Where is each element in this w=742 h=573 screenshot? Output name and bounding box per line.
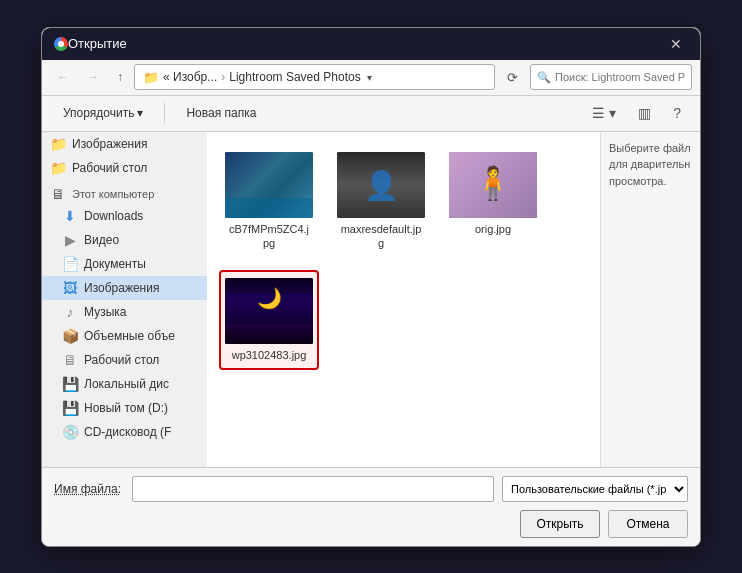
folder-icon: 📁 — [50, 136, 66, 152]
thumb-image-3 — [449, 152, 537, 218]
sidebar-label: CD-дисковод (F — [84, 425, 171, 439]
dialog-title: Открытие — [68, 36, 664, 51]
sidebar-label: Локальный дис — [84, 377, 169, 391]
sidebar-item-images[interactable]: 🖼 Изображения — [42, 276, 207, 300]
disk-icon: 💾 — [62, 400, 78, 416]
title-bar: Открытие ✕ — [42, 28, 700, 60]
folder-icon: 📁 — [143, 70, 159, 85]
file-item-2[interactable]: maxresdefault.jpg — [331, 144, 431, 259]
file-item-4[interactable]: wp3102483.jpg — [219, 270, 319, 370]
search-icon: 🔍 — [537, 71, 551, 84]
address-path[interactable]: 📁 « Изобр... › Lightroom Saved Photos ▾ — [134, 64, 495, 90]
close-button[interactable]: ✕ — [664, 34, 688, 54]
sidebar-item-new-volume[interactable]: 💾 Новый том (D:) — [42, 396, 207, 420]
computer-icon: 🖥 — [50, 186, 66, 202]
action-row: Открыть Отмена — [54, 510, 688, 538]
desktop-icon: 🖥 — [62, 352, 78, 368]
file-item-3[interactable]: orig.jpg — [443, 144, 543, 259]
forward-button[interactable]: → — [80, 66, 106, 88]
new-folder-label: Новая папка — [186, 106, 256, 120]
doc-icon: 📄 — [62, 256, 78, 272]
sidebar-label: Downloads — [84, 209, 143, 223]
back-button[interactable]: ← — [50, 66, 76, 88]
organize-button[interactable]: Упорядочить ▾ — [54, 101, 152, 125]
file-name-2: maxresdefault.jpg — [339, 222, 423, 251]
app-icon — [54, 37, 68, 51]
sidebar-label: Изображения — [72, 137, 147, 151]
filename-row: Имя файла: Пользовательские файлы (*.jp — [54, 476, 688, 502]
sidebar-item-music[interactable]: ♪ Музыка — [42, 300, 207, 324]
filename-input[interactable] — [132, 476, 494, 502]
organize-label: Упорядочить — [63, 106, 134, 120]
sidebar-label: Документы — [84, 257, 146, 271]
sidebar-label: Видео — [84, 233, 119, 247]
sidebar-item-izobrazheniya-quick[interactable]: 📁 Изображения — [42, 132, 207, 156]
computer-label: Этот компьютер — [72, 188, 154, 200]
file-thumb-4 — [225, 278, 313, 344]
sidebar-item-video[interactable]: ▶ Видео — [42, 228, 207, 252]
sidebar-item-documents[interactable]: 📄 Документы — [42, 252, 207, 276]
file-item-1[interactable]: cB7fMPm5ZC4.jpg — [219, 144, 319, 259]
sidebar-item-desktop[interactable]: 🖥 Рабочий стол — [42, 348, 207, 372]
refresh-button[interactable]: ⟳ — [499, 66, 526, 89]
sidebar-label: Новый том (D:) — [84, 401, 168, 415]
music-icon: ♪ — [62, 304, 78, 320]
help-button[interactable]: ? — [666, 101, 688, 125]
preview-panel: Выберите файл для дварительн просмотра. — [600, 132, 700, 467]
file-thumb-1 — [225, 152, 313, 218]
filetype-select[interactable]: Пользовательские файлы (*.jp — [502, 476, 688, 502]
view-mode-button[interactable]: ☰ ▾ — [585, 101, 623, 125]
box-icon: 📦 — [62, 328, 78, 344]
sidebar-computer-header: 🖥 Этот компьютер — [42, 180, 207, 204]
path-dropdown-button[interactable]: ▾ — [365, 72, 374, 83]
sidebar-item-local-disk[interactable]: 💾 Локальный дис — [42, 372, 207, 396]
view-arrow: ▾ — [609, 105, 616, 121]
main-content: 📁 Изображения 📁 Рабочий стол 🖥 Этот комп… — [42, 132, 700, 467]
city-buildings — [225, 304, 313, 344]
sidebar-item-rabochiy-stol-quick[interactable]: 📁 Рабочий стол — [42, 156, 207, 180]
toolbar: Упорядочить ▾ Новая папка ☰ ▾ ▥ ? — [42, 96, 700, 132]
thumb-image-1 — [225, 152, 313, 218]
columns-view-button[interactable]: ▥ — [631, 101, 658, 125]
sidebar-label: Объемные объе — [84, 329, 175, 343]
video-icon: ▶ — [62, 232, 78, 248]
preview-text: Выберите файл для дварительн просмотра. — [609, 140, 692, 190]
open-button[interactable]: Открыть — [520, 510, 600, 538]
sidebar-label: Музыка — [84, 305, 126, 319]
address-bar: ← → ↑ 📁 « Изобр... › Lightroom Saved Pho… — [42, 60, 700, 96]
filename-label: Имя файла: — [54, 482, 124, 496]
file-thumb-3 — [449, 152, 537, 218]
sidebar-label: Рабочий стол — [84, 353, 159, 367]
folder-icon: 📁 — [50, 160, 66, 176]
search-input[interactable] — [555, 71, 685, 83]
disk-icon: 💾 — [62, 376, 78, 392]
open-dialog: Открытие ✕ ← → ↑ 📁 « Изобр... › Lightroo… — [41, 27, 701, 547]
bottom-bar: Имя файла: Пользовательские файлы (*.jp … — [42, 467, 700, 546]
path-current: Lightroom Saved Photos — [229, 70, 360, 84]
file-thumb-2 — [337, 152, 425, 218]
sidebar-item-cd-drive[interactable]: 💿 CD-дисковод (F — [42, 420, 207, 444]
view-icon: ☰ — [592, 105, 605, 121]
cdrom-icon: 💿 — [62, 424, 78, 440]
cancel-button[interactable]: Отмена — [608, 510, 688, 538]
file-area: cB7fMPm5ZC4.jpg maxresdefault.jpg orig.j… — [207, 132, 600, 467]
toolbar-separator — [164, 103, 165, 123]
sidebar-label: Изображения — [84, 281, 159, 295]
new-folder-button[interactable]: Новая папка — [177, 101, 265, 125]
sidebar: 📁 Изображения 📁 Рабочий стол 🖥 Этот комп… — [42, 132, 207, 467]
sidebar-label: Рабочий стол — [72, 161, 147, 175]
thumb-image-2 — [337, 152, 425, 218]
file-name-4: wp3102483.jpg — [232, 348, 307, 362]
path-prefix: « Изобр... — [163, 70, 217, 84]
file-name-3: orig.jpg — [475, 222, 511, 236]
thumb-image-4 — [225, 278, 313, 344]
up-button[interactable]: ↑ — [110, 66, 130, 88]
path-separator: › — [221, 70, 225, 84]
search-box: 🔍 — [530, 64, 692, 90]
sidebar-inner: 📁 Изображения 📁 Рабочий стол 🖥 Этот комп… — [42, 132, 207, 467]
file-name-1: cB7fMPm5ZC4.jpg — [227, 222, 311, 251]
organize-arrow: ▾ — [137, 106, 143, 120]
sidebar-item-downloads[interactable]: ⬇ Downloads — [42, 204, 207, 228]
sidebar-item-objects[interactable]: 📦 Объемные объе — [42, 324, 207, 348]
image-icon: 🖼 — [62, 280, 78, 296]
